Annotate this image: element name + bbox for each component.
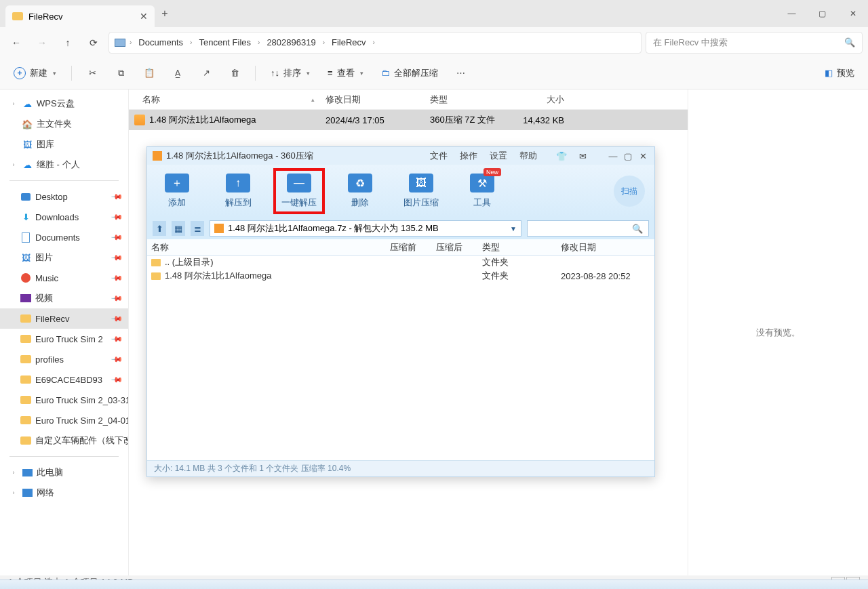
sidebar-item[interactable]: ›☁继胜 - 个人 [0,155,128,175]
sort-button[interactable]: ↑↓排序▾ [267,64,314,82]
minimize-button[interactable]: — [607,151,619,161]
add-button[interactable]: ＋添加 [157,174,197,209]
maximize-button[interactable]: ▢ [622,151,634,161]
sidebar-item[interactable]: 视频📌 [0,288,128,308]
sidebar-item[interactable]: ⬇Downloads📌 [0,207,128,227]
sidebar-item[interactable]: profiles📌 [0,349,128,369]
archive-titlebar[interactable]: 1.48 阿尔法1比1Alfaomega - 360压缩 文件 操作 设置 帮助… [147,147,654,165]
file-row[interactable]: 1.48 阿尔法1比1Alfaomega 2024/4/3 17:05 360压… [129,110,688,130]
address-bar: ← → ↑ ⟳ › Documents › Tencent Files › 28… [0,27,868,57]
paste-button[interactable]: 📋 [140,65,159,81]
feedback-icon[interactable]: ✉ [579,151,587,161]
sidebar-item[interactable]: ›此电脑 [0,462,128,483]
window-tab[interactable]: FileRecv ✕ [5,5,155,27]
menu-action[interactable]: 操作 [460,150,477,162]
up-button[interactable]: ↑ [57,32,79,54]
menu-help[interactable]: 帮助 [519,150,537,162]
sidebar-item[interactable]: Desktop📌 [0,186,128,207]
view-button[interactable]: ≡查看▾ [323,64,368,82]
oneclick-icon: — [287,174,311,192]
taskbar[interactable] [0,580,868,589]
view-list-icon[interactable]: ≣ [191,221,204,236]
new-tab-button[interactable]: + [155,7,175,20]
more-icon: ⋯ [456,68,465,78]
sidebar-item[interactable]: Euro Truck Sim 2_03-31…📌 [0,390,128,410]
col-name[interactable]: 名称 [147,239,386,255]
forward-button[interactable]: → [31,32,53,54]
folder-icon [151,259,161,266]
view-tiles-icon[interactable]: ▦ [172,221,185,236]
skin-icon[interactable]: 👕 [556,151,567,161]
add-icon: ＋ [165,174,189,192]
breadcrumb-item[interactable]: Tencent Files [196,37,254,47]
delete-button[interactable]: 🗑 [225,65,244,81]
archive-row[interactable]: .. (上级目录) 文件夹 [147,256,654,269]
new-button[interactable]: +新建▾ [9,64,60,82]
minimize-button[interactable]: — [776,0,807,27]
breadcrumb-item[interactable]: Documents [136,37,186,47]
cut-button[interactable]: ✂ [83,65,102,81]
extract-all-button[interactable]: 🗀全部解压缩 [377,64,442,82]
share-icon: ↗ [203,68,210,78]
col-date[interactable]: 修改日期 [320,94,425,106]
breadcrumb-item[interactable]: FileRecv [329,37,369,47]
sidebar-item[interactable]: Euro Truck Sim 2📌 [0,329,128,349]
sidebar-item[interactable]: 🏠主文件夹 [0,114,128,134]
maximize-button[interactable]: ▢ [807,0,837,27]
column-headers: 名称▴ 修改日期 类型 大小 [129,89,688,110]
sidebar-item[interactable]: Documents📌 [0,227,128,247]
delete-icon: 🗑 [231,68,239,78]
search-icon: 🔍 [844,37,855,47]
preview-toggle[interactable]: ◧预览 [821,64,859,82]
one-click-extract-button[interactable]: —一键解压 [279,174,319,209]
sidebar-item[interactable]: Euro Truck Sim 2_04-01…📌 [0,410,128,430]
sidebar-item[interactable]: 自定义车辆配件（线下改…📌 [0,430,128,451]
sidebar-item[interactable]: ›☁WPS云盘 [0,94,128,114]
breadcrumb-item[interactable]: 2802896319 [264,37,318,47]
dropdown-icon[interactable]: ▼ [510,225,517,232]
col-before[interactable]: 压缩前 [386,239,432,255]
col-name[interactable]: 名称▴ [129,94,320,106]
pin-icon: 📌 [110,312,123,325]
col-type[interactable]: 类型 [478,239,557,255]
delete-button[interactable]: ♻删除 [340,174,380,209]
sidebar-item[interactable]: 🖼图片📌 [0,247,128,268]
sidebar-item[interactable]: FileRecv📌 [0,308,128,329]
col-size[interactable]: 大小 [514,94,570,106]
menu-settings[interactable]: 设置 [490,150,507,162]
col-type[interactable]: 类型 [425,94,514,106]
close-button[interactable]: ✕ [637,151,649,161]
archive-row[interactable]: 1.48 阿尔法1比1Alfaomega 文件夹2023-08-28 20:52 [147,269,654,283]
folder-icon [12,12,23,20]
copy-button[interactable]: ⧉ [111,65,130,81]
search-input[interactable]: 在 FileRecv 中搜索 🔍 [646,32,863,54]
rename-button[interactable]: A̲ [168,66,187,81]
sidebar-item[interactable]: 🖼图库 [0,134,128,155]
new-badge: New [484,168,501,176]
tools-button[interactable]: New⚒工具 [462,174,502,209]
search-icon: 🔍 [632,224,643,234]
extract-to-button[interactable]: ↑解压到 [218,174,258,209]
archive-path-input[interactable]: 1.48 阿尔法1比1Alfaomega.7z - 解包大小为 135.2 MB… [210,220,521,237]
preview-icon: ◧ [825,68,833,78]
tab-close-icon[interactable]: ✕ [140,11,148,22]
sidebar-item[interactable]: E69CACE4BD93📌 [0,369,128,390]
sidebar-item[interactable]: ›网络 [0,483,128,503]
sort-icon: ↑↓ [271,68,279,78]
refresh-button[interactable]: ⟳ [83,32,104,54]
archive-search-input[interactable]: 🔍 [527,220,649,237]
col-after[interactable]: 压缩后 [432,239,478,255]
chevron-right-icon: › [323,39,325,46]
close-button[interactable]: ✕ [837,0,868,27]
file-date: 2024/4/3 17:05 [320,115,425,125]
col-date[interactable]: 修改日期 [557,239,654,255]
up-button[interactable]: ⬆ [153,221,166,236]
sidebar-item[interactable]: Music📌 [0,268,128,288]
more-button[interactable]: ⋯ [452,65,471,81]
back-button[interactable]: ← [5,32,27,54]
breadcrumb[interactable]: › Documents › Tencent Files › 2802896319… [108,32,642,54]
share-button[interactable]: ↗ [197,65,216,81]
image-compress-button[interactable]: 🖼图片压缩 [401,174,441,209]
menu-file[interactable]: 文件 [430,150,448,162]
scan-button[interactable]: 扫描 [614,176,645,207]
